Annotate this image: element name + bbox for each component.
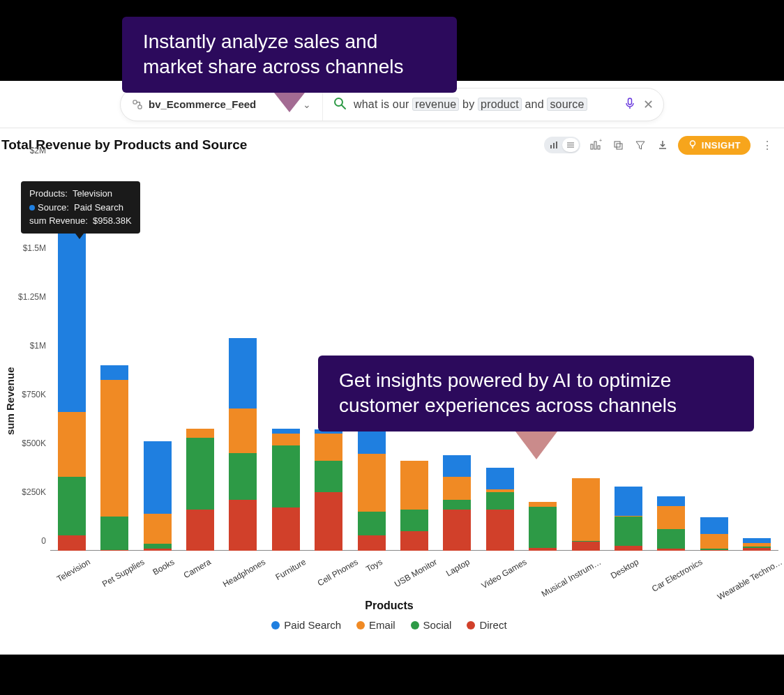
bar-segment[interactable] — [486, 510, 514, 551]
legend-item[interactable]: Email — [356, 619, 395, 631]
svg-rect-11 — [591, 144, 593, 149]
bar-segment[interactable] — [572, 542, 600, 551]
bar-segment[interactable] — [529, 507, 557, 548]
y-tick: $750K — [22, 390, 50, 399]
chart-tooltip: Products: Television Source: Paid Search… — [21, 181, 140, 234]
bar-segment[interactable] — [186, 429, 214, 438]
bar-segment[interactable] — [144, 549, 172, 551]
bar-segment[interactable] — [443, 477, 471, 501]
bar-segment[interactable] — [443, 510, 471, 551]
bar-column[interactable] — [179, 160, 221, 551]
bar-segment[interactable] — [315, 434, 342, 461]
bar-segment[interactable] — [272, 429, 300, 434]
bar-stack — [743, 538, 771, 551]
bar-segment[interactable] — [272, 434, 300, 445]
bar-segment[interactable] — [58, 224, 86, 412]
x-axis-label: Furniture — [269, 551, 310, 563]
filter-icon[interactable] — [633, 138, 647, 152]
bar-segment[interactable] — [400, 510, 428, 531]
bar-segment[interactable] — [100, 517, 128, 550]
bar-segment[interactable] — [400, 461, 428, 510]
bar-segment[interactable] — [272, 507, 300, 551]
bar-segment[interactable] — [743, 548, 771, 551]
bar-segment[interactable] — [358, 535, 386, 551]
bar-segment[interactable] — [657, 549, 685, 551]
bar-segment[interactable] — [100, 380, 128, 517]
legend-item[interactable]: Direct — [467, 619, 506, 631]
bar-segment[interactable] — [144, 514, 172, 544]
x-axis-label: Pet Supplies — [94, 551, 148, 563]
x-axis-title: Products — [0, 599, 778, 612]
bar-column[interactable] — [222, 160, 264, 551]
bar-segment[interactable] — [700, 550, 728, 551]
bar-segment[interactable] — [486, 492, 514, 510]
bar-segment[interactable] — [315, 461, 342, 492]
bar-segment[interactable] — [229, 408, 257, 453]
bar-segment[interactable] — [272, 445, 300, 508]
insight-button[interactable]: INSIGHT — [678, 136, 751, 155]
bar-segment[interactable] — [358, 512, 386, 535]
svg-rect-1 — [138, 105, 142, 109]
bottom-black-bar — [0, 655, 784, 695]
bar-segment[interactable] — [443, 500, 471, 510]
bar-segment[interactable] — [186, 438, 214, 510]
svg-rect-6 — [553, 143, 555, 148]
bar-segment[interactable] — [700, 517, 728, 534]
svg-point-17 — [690, 141, 695, 146]
bar-segment[interactable] — [358, 454, 386, 512]
bar-segment[interactable] — [400, 531, 428, 551]
microphone-icon[interactable] — [624, 97, 636, 112]
bar-segment[interactable] — [443, 455, 471, 477]
bar-segment[interactable] — [743, 538, 771, 543]
add-chart-icon[interactable]: + — [589, 138, 603, 152]
bar-stack — [100, 365, 128, 551]
bar-segment[interactable] — [229, 453, 257, 500]
bar-segment[interactable] — [529, 548, 557, 551]
bar-segment[interactable] — [486, 468, 514, 489]
download-icon[interactable] — [656, 138, 670, 152]
bar-segment[interactable] — [529, 502, 557, 507]
bar-column[interactable] — [264, 160, 307, 551]
y-tick: $1M — [30, 341, 50, 351]
clear-search-icon[interactable]: ✕ — [643, 97, 654, 112]
svg-rect-15 — [615, 142, 620, 147]
bar-segment[interactable] — [58, 477, 86, 535]
bar-segment[interactable] — [58, 412, 86, 476]
query-input-area[interactable]: what is our revenue by product and sourc… — [323, 96, 663, 113]
bar-column[interactable] — [136, 160, 179, 551]
bar-segment[interactable] — [229, 338, 257, 408]
bar-segment[interactable] — [657, 529, 685, 549]
bar-segment[interactable] — [144, 441, 172, 514]
bar-segment[interactable] — [657, 496, 685, 506]
bar-segment[interactable] — [700, 534, 728, 549]
bar-segment[interactable] — [100, 365, 128, 380]
copy-icon[interactable] — [611, 138, 625, 152]
view-toggle[interactable] — [544, 137, 580, 153]
more-menu-icon[interactable]: ⋮ — [759, 139, 776, 152]
bar-segment[interactable] — [657, 506, 685, 530]
legend-item[interactable]: Paid Search — [271, 619, 341, 631]
bar-segment[interactable] — [144, 544, 172, 549]
bar-segment[interactable] — [615, 517, 642, 546]
legend-item[interactable]: Social — [411, 619, 452, 631]
x-axis-label: Car Electronics — [642, 551, 706, 563]
bar-segment[interactable] — [100, 550, 128, 551]
bar-segment[interactable] — [58, 535, 86, 551]
bar-segment[interactable] — [615, 487, 642, 516]
query-text-prefix: what is our — [354, 98, 412, 110]
bar-segment[interactable] — [315, 492, 342, 551]
bar-segment[interactable] — [572, 478, 600, 541]
bar-stack — [443, 455, 471, 551]
tooltip-metric-label: sum Revenue: — [29, 215, 88, 226]
svg-rect-16 — [617, 144, 622, 149]
x-axis-label: Camera — [178, 551, 215, 563]
bar-segment[interactable] — [229, 500, 257, 551]
table-view-icon[interactable] — [562, 138, 579, 152]
lightbulb-icon — [688, 139, 698, 151]
bar-segment[interactable] — [615, 546, 642, 551]
chart-view-icon[interactable] — [545, 138, 562, 152]
bar-segment[interactable] — [186, 510, 214, 551]
chart-legend: Paid SearchEmailSocialDirect — [0, 619, 778, 631]
query-text-mid2: and — [522, 98, 548, 110]
x-axis-label: Television — [50, 551, 94, 563]
